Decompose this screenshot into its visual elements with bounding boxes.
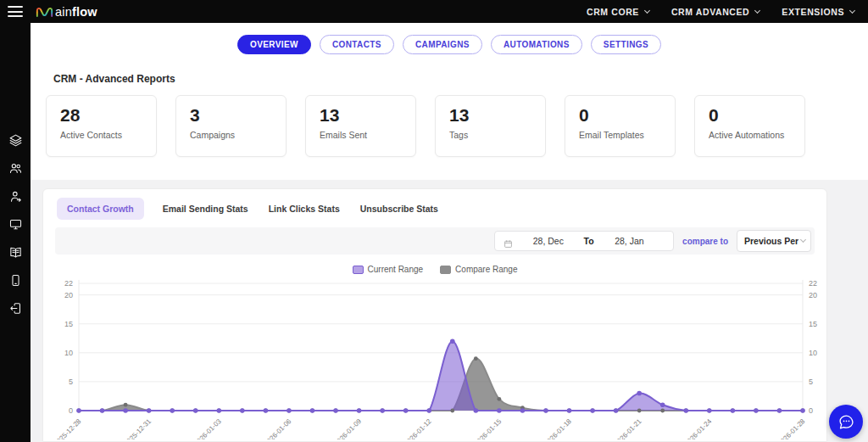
stat-label: Active Automations (709, 130, 791, 140)
page-title: CRM - Advanced Reports (53, 73, 868, 85)
svg-text:2025-12-31: 2025-12-31 (123, 417, 153, 439)
chart-svg: 005510101515202022222025-12-282025-12-31… (43, 277, 826, 439)
svg-text:2026-01-18: 2026-01-18 (543, 417, 574, 439)
stat-card-campaigns: 3Campaigns (175, 95, 287, 157)
chevron-down-icon (800, 237, 806, 243)
svg-text:15: 15 (64, 320, 73, 328)
stat-label: Emails Sent (320, 130, 402, 140)
header-section: OVERVIEWCONTACTSCAMPAIGNSAUTOMATIONSSETT… (31, 23, 868, 180)
topbar-menu-label: CRM ADVANCED (671, 7, 749, 17)
tab-overview[interactable]: OVERVIEW (237, 35, 311, 54)
chevron-down-icon (754, 7, 760, 13)
tab-campaigns[interactable]: CAMPAIGNS (403, 35, 482, 54)
users-icon[interactable] (8, 161, 23, 176)
svg-text:20: 20 (64, 291, 73, 299)
svg-text:2026-01-12: 2026-01-12 (403, 417, 433, 439)
legend-item-current-range[interactable]: Current Range (353, 265, 424, 274)
svg-text:20: 20 (809, 291, 817, 299)
contact-growth-chart: 005510101515202022222025-12-282025-12-31… (43, 277, 826, 439)
brand-logo[interactable]: ainflow (36, 5, 97, 19)
tab-contacts[interactable]: CONTACTS (320, 35, 394, 54)
date-to-value[interactable]: 28, Jan (594, 236, 665, 246)
svg-text:10: 10 (809, 349, 817, 357)
stat-value: 0 (709, 105, 791, 126)
stat-value: 13 (320, 105, 402, 126)
hamburger-menu-icon[interactable] (8, 6, 23, 17)
chevron-down-icon (644, 7, 650, 13)
logout-icon[interactable] (8, 301, 23, 316)
brand-name: ainflow (55, 5, 97, 19)
legend-swatch (353, 266, 364, 274)
svg-text:2026-01-24: 2026-01-24 (683, 417, 714, 439)
compare-period-select[interactable]: Previous Period (737, 230, 811, 252)
chevron-down-icon (849, 7, 855, 13)
svg-text:0: 0 (69, 406, 73, 415)
legend-label: Compare Range (455, 265, 517, 274)
svg-text:22: 22 (809, 279, 817, 288)
chat-button[interactable] (829, 405, 863, 439)
date-to-label: To (584, 236, 594, 246)
report-tab-unsubscribe-stats[interactable]: Unsubscribe Stats (359, 198, 440, 220)
svg-text:5: 5 (809, 378, 813, 386)
report-card: Contact GrowthEmail Sending StatsLink Cl… (42, 188, 827, 442)
report-section: Contact GrowthEmail Sending StatsLink Cl… (31, 180, 868, 442)
stat-card-active-automations: 0Active Automations (694, 95, 805, 157)
stat-label: Tags (449, 130, 531, 140)
report-tab-contact-growth[interactable]: Contact Growth (57, 198, 144, 220)
stat-label: Email Templates (579, 130, 661, 140)
tab-automations[interactable]: AUTOMATIONS (491, 35, 582, 54)
legend-swatch (440, 266, 451, 274)
svg-text:2026-01-06: 2026-01-06 (263, 417, 293, 439)
chart-toolbar: 28, Dec To 28, Jan compare to Previous P… (55, 227, 815, 255)
compare-period-value: Previous Period (744, 236, 798, 246)
main-content: OVERVIEWCONTACTSCAMPAIGNSAUTOMATIONSSETT… (31, 23, 868, 442)
calendar-icon (504, 237, 513, 246)
report-tab-email-sending-stats[interactable]: Email Sending Stats (161, 198, 250, 220)
stat-card-emails-sent: 13Emails Sent (305, 95, 416, 157)
stat-card-active-contacts: 28Active Contacts (46, 95, 157, 157)
contact-icon[interactable] (8, 189, 23, 204)
topbar: ainflow CRM CORECRM ADVANCEDEXTENSIONS (0, 0, 868, 23)
mobile-icon[interactable] (8, 273, 23, 288)
svg-text:2026-01-15: 2026-01-15 (473, 417, 504, 439)
date-range-input[interactable]: 28, Dec To 28, Jan (494, 231, 674, 251)
svg-text:2025-12-28: 2025-12-28 (53, 417, 83, 439)
topbar-nav: CRM CORECRM ADVANCEDEXTENSIONS (587, 7, 868, 17)
date-from-value[interactable]: 28, Dec (513, 236, 583, 246)
monitor-icon[interactable] (8, 217, 23, 232)
stat-value: 28 (60, 105, 142, 126)
stat-value: 3 (190, 105, 272, 126)
topbar-menu-crm-core[interactable]: CRM CORE (587, 7, 649, 17)
svg-text:5: 5 (69, 378, 73, 386)
sidebar (0, 23, 31, 442)
mainflow-m-icon (36, 5, 53, 19)
stats-row: 28Active Contacts3Campaigns13Emails Sent… (46, 95, 868, 157)
topbar-menu-crm-advanced[interactable]: CRM ADVANCED (671, 7, 760, 17)
report-tab-link-clicks-stats[interactable]: Link Clicks Stats (267, 198, 342, 220)
svg-text:15: 15 (809, 320, 817, 328)
book-icon[interactable] (8, 245, 23, 260)
svg-text:22: 22 (64, 279, 73, 288)
compare-to-label: compare to (682, 237, 728, 246)
svg-text:2026-01-21: 2026-01-21 (613, 417, 643, 439)
topbar-menu-label: CRM CORE (587, 7, 639, 17)
chat-bubble-icon (837, 413, 855, 431)
report-tabs: Contact GrowthEmail Sending StatsLink Cl… (43, 189, 826, 220)
layers-icon[interactable] (8, 133, 23, 148)
stat-card-tags: 13Tags (435, 95, 546, 157)
svg-text:2026-01-09: 2026-01-09 (333, 417, 364, 439)
tab-settings[interactable]: SETTINGS (591, 35, 661, 54)
stat-value: 0 (579, 105, 661, 126)
svg-text:0: 0 (809, 406, 813, 415)
stat-card-email-templates: 0Email Templates (565, 95, 676, 157)
svg-text:10: 10 (64, 349, 73, 357)
topbar-menu-extensions[interactable]: EXTENSIONS (782, 7, 854, 17)
topbar-menu-label: EXTENSIONS (782, 7, 844, 17)
legend-item-compare-range[interactable]: Compare Range (440, 265, 517, 274)
svg-text:2026-01-28: 2026-01-28 (776, 417, 807, 439)
chart-legend: Current RangeCompare Range (43, 265, 826, 274)
stat-value: 13 (449, 105, 531, 126)
legend-label: Current Range (368, 265, 424, 274)
svg-text:2026-01-03: 2026-01-03 (192, 417, 223, 439)
primary-nav-pills: OVERVIEWCONTACTSCAMPAIGNSAUTOMATIONSSETT… (31, 23, 868, 54)
